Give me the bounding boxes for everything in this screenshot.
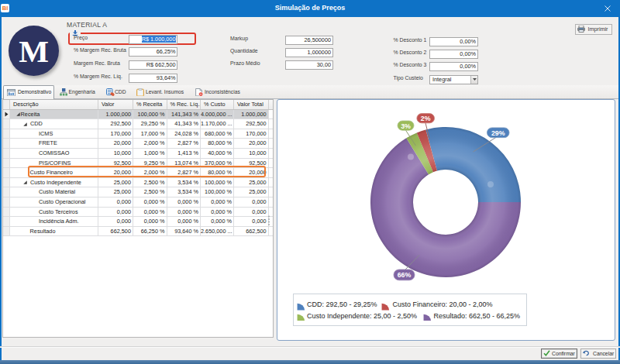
- svg-text:29%: 29%: [491, 129, 505, 137]
- svg-text:3%: 3%: [401, 122, 411, 130]
- svg-text:2%: 2%: [420, 115, 430, 122]
- svg-text:66%: 66%: [397, 271, 411, 279]
